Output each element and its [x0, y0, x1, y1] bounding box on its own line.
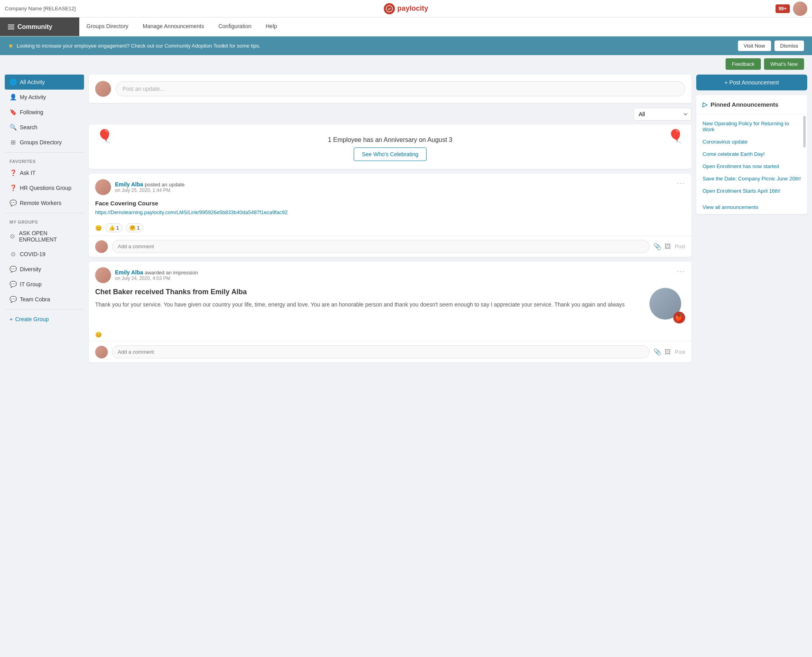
chat-icon-4: 💬 [10, 296, 17, 303]
comment-avatar-1 [95, 240, 108, 253]
chat-icon-3: 💬 [10, 281, 17, 288]
view-all-announcements-link[interactable]: View all announcements [696, 200, 807, 214]
impression-text: Chet Baker received Thanks from Emily Al… [95, 288, 643, 309]
sidebar-item-it-group[interactable]: 💬 IT Group [5, 277, 84, 292]
image-icon-2[interactable]: 🖼 [665, 349, 671, 356]
impression-avatar-container: 🍎 [649, 288, 685, 324]
emily-alba-avatar-1 [95, 179, 111, 195]
feed: Post an update... All Posts Announcement… [89, 75, 691, 367]
balloon-left: 🎈 [97, 128, 113, 144]
comment-input-1[interactable] [112, 240, 649, 253]
attachment-icon-2[interactable]: 📎 [653, 348, 661, 356]
impression-content: Chet Baker received Thanks from Emily Al… [95, 288, 685, 324]
nav-help[interactable]: Help [259, 17, 284, 36]
post-1-action: posted an update [145, 182, 184, 188]
comment-post-button-2[interactable]: Post [675, 349, 685, 355]
post-2-more-button[interactable]: ··· [677, 267, 685, 276]
post-update-box: Post an update... [89, 75, 691, 103]
attachment-icon-1[interactable]: 📎 [653, 243, 661, 250]
post-update-input[interactable]: Post an update... [116, 81, 685, 96]
nav-manage-announcements[interactable]: Manage Announcements [136, 17, 211, 36]
pinned-icon: ▷ [703, 101, 707, 108]
post-1-user-info: Emily Alba posted an update on July 25, … [95, 179, 184, 195]
thumbsup-reaction-1[interactable]: 👍 1 [105, 223, 123, 232]
feed-post-2: Emily Alba awarded an impression on July… [89, 262, 691, 362]
comment-post-button-1[interactable]: Post [675, 243, 685, 249]
sidebar-item-groups-directory[interactable]: ⊞ Groups Directory [5, 135, 84, 150]
post-1-header: Emily Alba posted an update on July 25, … [89, 174, 691, 195]
post-1-link[interactable]: https://Demolearning.paylocity.com/LMS/L… [95, 209, 287, 215]
pinned-item-5[interactable]: Open Enrollment Starts April 16th! [696, 185, 807, 197]
post-1-more-button[interactable]: ··· [677, 179, 685, 188]
sidebar-item-remote-workers[interactable]: 💬 Remote Workers [5, 195, 84, 211]
pinned-item-4[interactable]: Save the Date: Company Picnic June 20th! [696, 172, 807, 185]
sidebar-item-hr-questions[interactable]: ❓ HR Questions Group [5, 180, 84, 195]
post-1-author: Emily Alba posted an update [115, 181, 184, 188]
post-2-user-info: Emily Alba awarded an impression on July… [95, 267, 198, 283]
sidebar-item-team-cobra[interactable]: 💬 Team Cobra [5, 292, 84, 307]
hug-reaction-1[interactable]: 🤗 1 [126, 223, 143, 232]
user-avatar[interactable] [793, 2, 807, 16]
sidebar-item-covid19[interactable]: ⊙ COVID-19 [5, 247, 84, 262]
globe-icon: 🌐 [10, 79, 17, 86]
hug-emoji: 🤗 [129, 225, 136, 231]
hamburger-icon[interactable] [8, 25, 14, 29]
impression-body: Thank you for your service. You have giv… [95, 300, 643, 309]
sidebar-item-all-activity[interactable]: 🌐 All Activity [5, 75, 84, 90]
thanks-badge: 🍎 [673, 312, 685, 324]
person-icon: 👤 [10, 94, 17, 101]
post-2-author: Emily Alba awarded an impression [115, 269, 198, 276]
feedback-button[interactable]: Feedback [726, 58, 761, 70]
sidebar-item-following[interactable]: 🔖 Following [5, 105, 84, 120]
dismiss-button[interactable]: Dismiss [774, 40, 804, 51]
post-2-action: awarded an impression [145, 270, 198, 276]
paylocity-logo: paylocity [384, 3, 428, 14]
community-nav-item[interactable]: Community [0, 17, 79, 36]
post-2-reactions: 😊 [89, 328, 691, 341]
add-reaction-icon-1[interactable]: 😊 [95, 225, 102, 231]
see-who-celebrating-button[interactable]: See Who's Celebrating [354, 147, 427, 161]
sidebar: 🌐 All Activity 👤 My Activity 🔖 Following… [5, 75, 84, 367]
post-1-comment-box: 📎 🖼 Post [89, 236, 691, 257]
comment-icons-1: 📎 🖼 [653, 243, 671, 250]
post-2-header: Emily Alba awarded an impression on July… [89, 262, 691, 283]
logo-container: paylocity [384, 3, 428, 14]
sidebar-item-search[interactable]: 🔍 Search [5, 120, 84, 135]
add-reaction-icon-2[interactable]: 😊 [95, 331, 102, 338]
hug-count: 1 [137, 225, 140, 231]
sidebar-divider-3 [5, 309, 84, 310]
right-panel: + Post Announcement ▷ Pinned Announcemen… [696, 75, 807, 367]
pinned-item-2[interactable]: Come celebrate Earth Day! [696, 148, 807, 160]
company-name: Company Name [RELEASE12] [5, 6, 76, 11]
notification-badge[interactable]: 99+ [776, 4, 790, 13]
feed-filter-select[interactable]: All Posts Announcements Impressions [634, 108, 691, 121]
top-bar-right: 99+ [776, 2, 807, 16]
post-announcement-button[interactable]: + Post Announcement [696, 75, 807, 90]
nav-groups-directory[interactable]: Groups Directory [79, 17, 136, 36]
current-user-avatar [95, 81, 111, 97]
banner-star-icon: ★ [8, 42, 13, 50]
pinned-header-text: Pinned Announcements [710, 101, 778, 108]
avatar-image [793, 2, 807, 16]
nav-configuration[interactable]: Configuration [211, 17, 259, 36]
image-icon-1[interactable]: 🖼 [665, 243, 671, 250]
logo-icon [384, 3, 395, 14]
whats-new-button[interactable]: What's New [764, 58, 804, 70]
visit-now-button[interactable]: Visit Now [738, 40, 771, 51]
thumbsup-count: 1 [116, 225, 119, 231]
pinned-item-1[interactable]: Coronavirus update [696, 136, 807, 148]
pinned-item-0[interactable]: New Operating Policy for Returning to Wo… [696, 117, 807, 136]
comment-icons-2: 📎 🖼 [653, 348, 671, 356]
create-group-link[interactable]: + Create Group [5, 312, 84, 326]
comment-input-2[interactable] [112, 345, 649, 358]
post-2-comment-box: 📎 🖼 Post [89, 341, 691, 362]
sidebar-item-ask-it[interactable]: ❓ Ask IT [5, 165, 84, 180]
sidebar-item-ask-open-enrollment[interactable]: ⊙ ASK OPEN ENROLLMENT [5, 226, 84, 247]
sidebar-item-my-activity[interactable]: 👤 My Activity [5, 90, 84, 105]
post-1-content: Face Covering Course https://Demolearnin… [89, 195, 691, 220]
pinned-item-3[interactable]: Open Enrollment has now started [696, 160, 807, 172]
sidebar-divider-1 [5, 152, 84, 153]
pinned-list: New Operating Policy for Returning to Wo… [696, 114, 807, 200]
sidebar-item-diversity[interactable]: 💬 Diversity [5, 262, 84, 277]
my-groups-section-label: MY GROUPS [5, 216, 84, 226]
